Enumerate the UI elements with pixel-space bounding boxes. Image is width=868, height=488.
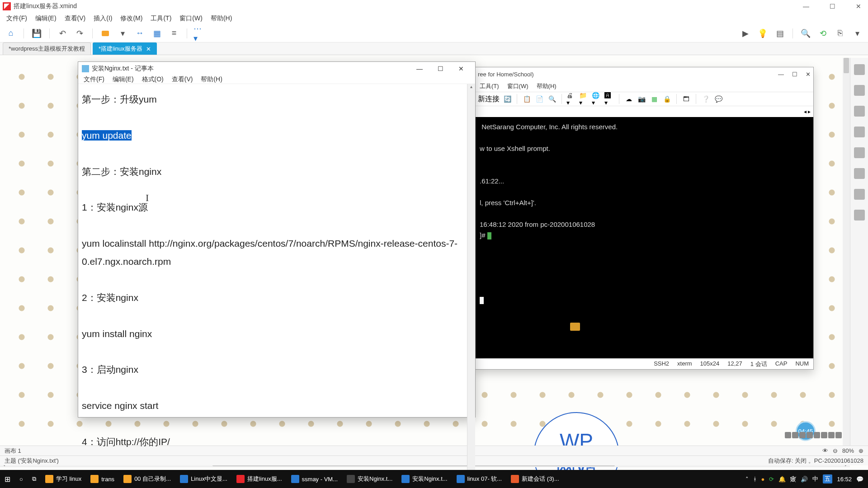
idea-icon[interactable]: 💡 xyxy=(756,27,769,40)
search-icon[interactable]: 🔍 xyxy=(799,27,812,40)
zoom-in-icon[interactable]: ⊕ xyxy=(859,447,863,454)
menu-view[interactable]: 查看(V) xyxy=(65,14,86,23)
topic-icon[interactable] xyxy=(99,27,112,40)
panel-marker-icon[interactable] xyxy=(854,127,865,137)
menu-format[interactable]: 格式(O) xyxy=(142,75,164,84)
tab-close-icon[interactable]: ✕ xyxy=(146,46,151,52)
new-connection-label[interactable]: 新连接 xyxy=(478,94,500,104)
taskview-icon[interactable]: ⧉ xyxy=(28,470,41,488)
font-icon[interactable]: 🅰 ▾ xyxy=(604,94,614,104)
folder-icon[interactable]: 📁 ▾ xyxy=(579,94,589,104)
zoom-value[interactable]: 80% xyxy=(842,447,854,454)
menu-window[interactable]: 窗口(W) xyxy=(507,82,528,90)
sync-icon[interactable]: ⟳ xyxy=(769,476,774,483)
notepad-textarea[interactable]: 第一步：升级yum yum update 第二步：安装nginx 1：安装ngi… xyxy=(78,84,467,488)
panel-more-icon[interactable] xyxy=(854,210,865,221)
close-button[interactable]: ✕ xyxy=(852,3,865,10)
export-icon[interactable]: ⎘ xyxy=(834,27,846,40)
task-item[interactable]: 00 自己录制... xyxy=(119,470,175,488)
panel-image-icon[interactable] xyxy=(854,106,865,117)
reconnect-icon[interactable]: 🔄 xyxy=(502,94,512,104)
menu-edit[interactable]: 编辑(E) xyxy=(35,14,57,23)
menu-edit[interactable]: 编辑(E) xyxy=(113,75,134,84)
clock[interactable]: 16:52 xyxy=(837,476,852,483)
volume-icon[interactable]: 🔊 xyxy=(801,476,808,483)
lock-icon[interactable]: 🔒 xyxy=(662,94,672,104)
panel-format-icon[interactable] xyxy=(854,85,865,96)
tab-wordpress[interactable]: *wordpress主题模板开发教程 xyxy=(3,42,91,55)
capture-icon[interactable]: 📷 xyxy=(637,94,646,104)
bluetooth-icon[interactable]: ᚼ xyxy=(753,476,757,483)
vertical-scrollbar[interactable] xyxy=(843,58,850,460)
maximize-button[interactable]: ☐ xyxy=(430,62,451,75)
xshell-window[interactable]: ree for Home/School) — ☐ ✕ 工具(T) 窗口(W) 帮… xyxy=(475,67,814,370)
panel-notes-icon[interactable] xyxy=(854,147,865,158)
notepad-scrollbar[interactable] xyxy=(467,84,475,488)
copy-icon[interactable]: 📋 xyxy=(522,94,532,104)
xshell-titlebar[interactable]: ree for Home/School) — ☐ ✕ xyxy=(475,67,813,81)
paste-icon[interactable]: 📄 xyxy=(534,94,544,104)
eye-icon[interactable]: 👁 xyxy=(822,447,828,454)
notepad-titlebar[interactable]: 安装Nginx.txt - 记事本 — ☐ ✕ xyxy=(78,62,475,75)
more-icon[interactable]: ⋯ ▾ xyxy=(193,27,206,40)
gantt-icon[interactable]: ▤ xyxy=(774,27,786,40)
chat-icon[interactable]: 💬 xyxy=(713,94,723,104)
undo-icon[interactable]: ↶ xyxy=(56,27,69,40)
panel-comments-icon[interactable] xyxy=(854,168,865,179)
panel-task-icon[interactable] xyxy=(854,189,865,200)
boundary-icon[interactable]: ▦ xyxy=(151,27,163,40)
relationship-icon[interactable]: ↔ xyxy=(133,27,146,40)
notepad-window[interactable]: 安装Nginx.txt - 记事本 — ☐ ✕ 文件(F) 编辑(E) 格式(O… xyxy=(78,61,476,418)
terminal-output[interactable]: NetSarang Computer, Inc. All rights rese… xyxy=(475,117,813,358)
minimize-button[interactable]: — xyxy=(778,71,784,78)
present-icon[interactable]: ▶ xyxy=(739,27,752,40)
menu-file[interactable]: 文件(F) xyxy=(6,14,27,23)
ime-icon[interactable]: 中 xyxy=(812,475,818,483)
task-item[interactable]: 新建会话 (3)... xyxy=(506,470,563,488)
cortana-icon[interactable]: ○ xyxy=(15,470,28,488)
task-item[interactable]: 学习 linux xyxy=(41,470,86,488)
help-icon[interactable]: ❔ xyxy=(701,94,711,104)
xshell-sessiontabs[interactable]: ◂ ▸ xyxy=(475,106,813,117)
minimize-button[interactable]: — xyxy=(409,62,430,75)
minimize-button[interactable]: — xyxy=(799,3,813,10)
zoom-out-icon[interactable]: ⊖ xyxy=(833,447,838,454)
keyboard-icon[interactable]: 五 xyxy=(823,474,832,483)
menu-help[interactable]: 帮助(H) xyxy=(211,14,232,23)
cloud-icon[interactable]: ☁ xyxy=(624,94,634,104)
task-item[interactable]: linux 07- 软... xyxy=(452,470,507,488)
task-item[interactable]: 安装Nginx.t... xyxy=(397,470,452,488)
menu-help[interactable]: 帮助(H) xyxy=(201,75,222,84)
globe-icon[interactable]: 🌐 ▾ xyxy=(592,94,602,104)
save-icon[interactable]: 💾 xyxy=(30,27,43,40)
notifications-icon[interactable]: 💬 xyxy=(856,476,863,483)
onedrive-icon[interactable]: ● xyxy=(761,476,765,483)
close-button[interactable]: ✕ xyxy=(451,62,472,75)
menu-help[interactable]: 帮助(H) xyxy=(537,82,557,90)
menu-insert[interactable]: 插入(I) xyxy=(94,14,112,23)
menu-view[interactable]: 查看(V) xyxy=(172,75,193,84)
menu-file[interactable]: 文件(F) xyxy=(84,75,104,84)
xmind-titlebar[interactable]: 搭建linux服务器.xmind — ☐ ✕ xyxy=(0,0,868,13)
print-icon[interactable]: 🖨 ▾ xyxy=(566,94,576,104)
maximize-button[interactable]: ☐ xyxy=(792,71,797,78)
chevron-down-icon[interactable]: ▾ xyxy=(851,27,863,40)
bell-icon[interactable]: 🔔 xyxy=(778,476,786,483)
menu-window[interactable]: 窗口(W) xyxy=(179,14,203,23)
color-palette[interactable] xyxy=(785,432,842,438)
panel-outline-icon[interactable] xyxy=(854,64,865,75)
tray-up-icon[interactable]: ˄ xyxy=(745,476,749,483)
subtopic-icon[interactable]: ▾ xyxy=(116,27,129,40)
network-icon[interactable]: 🕸 xyxy=(790,476,796,483)
tab-linux-server[interactable]: *搭建linux服务器✕ xyxy=(93,42,157,55)
task-item[interactable]: 安装Nginx.t... xyxy=(342,470,397,488)
menu-tools[interactable]: 工具(T) xyxy=(480,82,499,90)
share-icon[interactable]: ⟲ xyxy=(816,27,829,40)
redo-icon[interactable]: ↷ xyxy=(73,27,86,40)
task-item[interactable]: ssmay - VM... xyxy=(287,470,342,488)
grid-icon[interactable]: ▦ xyxy=(649,94,659,104)
start-button[interactable]: ⊞ xyxy=(0,470,15,488)
task-item[interactable]: Linux中文显... xyxy=(175,470,232,488)
maximize-button[interactable]: ☐ xyxy=(826,3,839,10)
menu-tools[interactable]: 工具(T) xyxy=(151,14,171,23)
